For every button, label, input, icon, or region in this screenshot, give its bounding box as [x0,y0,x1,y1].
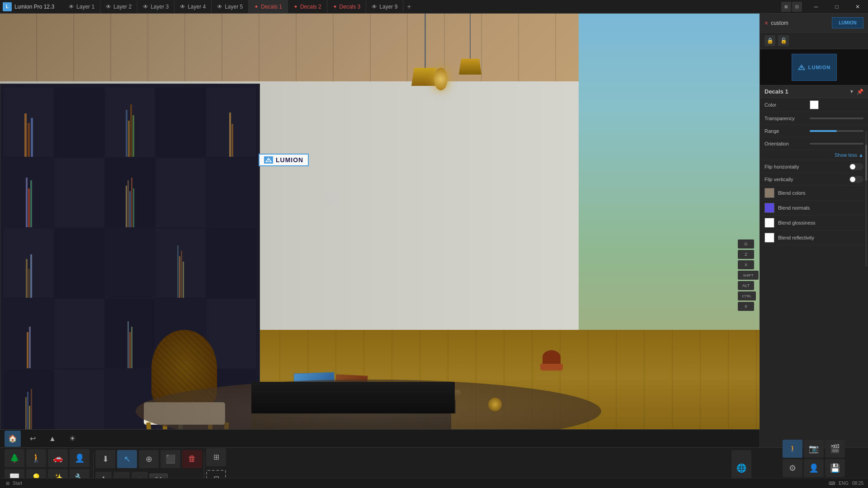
range-slider[interactable] [810,130,863,132]
br-video-btn[interactable]: 🎬 [825,440,845,458]
layer1-icon: 👁 [69,4,74,10]
transparency-label: Transparency [764,116,810,121]
tab-decals1[interactable]: ✦ Decals 1 [249,0,288,13]
select-tool[interactable]: ↖ [117,450,137,468]
corner-buttons: ⊞ ⊡ [781,2,802,12]
maximize-button[interactable]: □ [826,0,847,14]
tab-layer3[interactable]: 👁 Layer 3 [137,0,175,13]
crosshair-h [327,201,336,202]
tab-decals3-label: Decals 3 [340,4,361,10]
corner-btn-1[interactable]: ⊞ [781,2,791,12]
br-nav-btn[interactable]: 🚶 [783,440,802,458]
nav-toolbar: 🏠 ↩ ▲ ☀ [0,429,760,447]
unlock-button[interactable]: 🔓 [778,35,789,46]
decals1-icon: ✦ [254,4,259,10]
key-alt[interactable]: ALT [738,281,754,290]
key-shift[interactable]: SHIFT [738,271,759,280]
tab-layer4-label: Layer 4 [188,4,206,10]
pin-icon[interactable]: 📌 [857,89,863,95]
key-0[interactable]: 0 [738,302,754,311]
vehicle-tool[interactable]: 🚗 [48,449,68,467]
properties-panel: Color Transparency Range [760,98,868,488]
nav-rotate-button[interactable]: ↩ [24,431,41,447]
crosshair [326,194,340,205]
tab-add-button[interactable]: + [403,3,415,11]
blend-colors-swatch[interactable] [764,188,774,198]
color-row: Color [760,98,868,112]
lock-button[interactable]: 🔒 [764,35,775,46]
transparency-control [810,117,863,119]
plant-bowl [538,350,565,382]
panel-header: × custom LUMION [760,14,868,33]
orientation-label: Orientation [764,141,810,146]
delete-tool[interactable]: 🗑 [182,450,202,468]
tab-layer3-label: Layer 3 [151,4,169,10]
copy-tool[interactable]: ⬛ [160,450,180,468]
decal-thumbnail: LUMION [760,49,868,85]
blend-normals-swatch[interactable] [764,203,774,213]
transparency-slider[interactable] [810,117,863,119]
color-swatch[interactable] [810,100,819,109]
tab-decals2[interactable]: ✦ Decals 2 [288,0,327,13]
flip-h-row: Flip horizontally [760,160,868,173]
show-less-label: Show less ▲ [835,152,863,158]
app-icon: L [3,2,12,11]
svg-point-1 [268,159,269,161]
orientation-slider[interactable] [810,143,863,145]
scroll-thumb[interactable] [865,145,867,181]
move-tool[interactable]: ⊕ [139,450,159,468]
place-tool[interactable]: ⬇ [95,450,115,468]
tree-tool[interactable]: 🌲 [5,449,24,467]
flip-v-dot [850,177,855,182]
key-x[interactable]: X [738,260,754,269]
range-row: Range [760,125,868,137]
br-settings-btn[interactable]: ⚙ [783,459,802,477]
key-z[interactable]: Z [738,250,754,259]
tab-layer1[interactable]: 👁 Layer 1 [63,0,100,13]
tab-decals3[interactable]: ✦ Decals 3 [327,0,367,13]
layer3-icon: 👁 [143,4,148,10]
flip-h-toggle[interactable] [849,163,863,170]
orientation-control [810,143,863,145]
blend-glossiness-swatch[interactable] [764,218,774,228]
character-tool[interactable]: 👤 [70,449,90,467]
tab-layer4[interactable]: 👁 Layer 4 [175,0,212,13]
show-less-button[interactable]: Show less ▲ [760,150,868,160]
nav-home-button[interactable]: 🏠 [5,431,21,447]
key-ctrl[interactable]: CTRL [738,291,756,300]
br-person-btn[interactable]: 👤 [804,459,824,477]
clock: 08:25 [852,481,863,486]
corner-btn-2[interactable]: ⊡ [792,2,802,12]
window-controls: ─ □ ✕ [806,0,868,14]
decal-object[interactable]: LUMION [259,154,309,166]
tab-layer9[interactable]: 👁 Layer 9 [366,0,403,13]
layer9-icon: 👁 [372,4,377,10]
viewport[interactable]: LUMION G Z X SHIFT ALT CTRL 0 [0,14,760,488]
nav-terrain-button[interactable]: ▲ [44,431,61,447]
panel-close-button[interactable]: × [764,19,768,27]
tab-layer2[interactable]: 👁 Layer 2 [100,0,137,13]
minimize-button[interactable]: ─ [806,0,826,14]
tab-layer1-label: Layer 1 [76,4,94,10]
app-title: Lumion Pro 12.3 [14,4,54,10]
key-g[interactable]: G [738,239,754,249]
flip-v-toggle[interactable] [849,176,863,183]
nav-sun-button[interactable]: ☀ [64,431,80,447]
tab-decals2-label: Decals 2 [300,4,321,10]
close-button[interactable]: ✕ [847,0,868,14]
flip-h-label: Flip horizontally [764,164,810,169]
blend-normals-row: Blend normals [760,201,868,216]
br-camera-btn[interactable]: 📷 [804,440,824,458]
blend-reflectivity-swatch[interactable] [764,233,774,243]
tab-layer2-label: Layer 2 [113,4,132,10]
tv-unit [251,382,455,413]
right-panel: × custom LUMION 🔒 🔓 LUMION Decals 1 ▼ 📌 [760,14,868,488]
decals-dropdown-arrow[interactable]: ▼ [849,89,854,94]
svg-point-3 [800,66,802,68]
area-select-tool[interactable]: ⊞ [206,448,226,466]
person-tool[interactable]: 🚶 [26,449,46,467]
br-save-btn[interactable]: 💾 [825,459,845,477]
decals2-icon: ✦ [293,4,298,10]
tab-layer5[interactable]: 👁 Layer 5 [212,0,249,13]
start-item[interactable]: ⊞ Start [5,480,22,487]
